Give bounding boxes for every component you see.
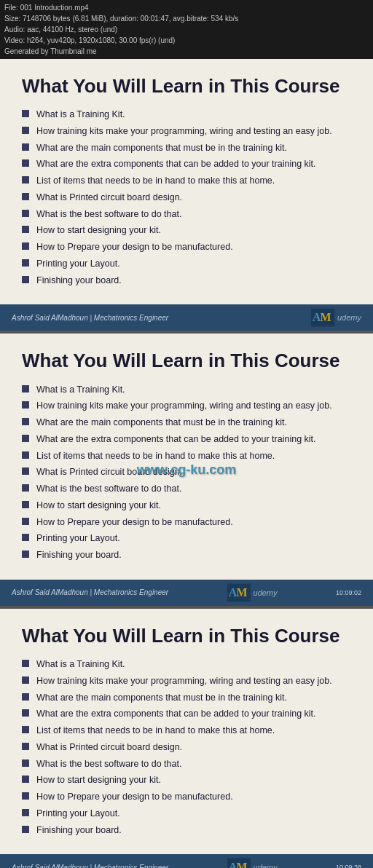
file-info-line4: Video: h264, yuv420p, 1920x1080, 30.00 f…	[4, 35, 369, 46]
bullet-square-icon	[22, 451, 29, 459]
file-info-line2: Size: 7148706 bytes (6.81 MiB), duration…	[4, 13, 369, 24]
bullet-text: What is Printed circuit board design.	[36, 465, 182, 479]
bullet-text: List of items that needs to be in hand t…	[36, 174, 275, 188]
udemy-text-3: udemy	[254, 863, 278, 868]
bullet-item: What are the main components that must b…	[22, 141, 351, 155]
file-info-bar: File: 001 Introduction.mp4 Size: 7148706…	[0, 0, 373, 59]
bullet-text: Printing your Layout.	[36, 257, 120, 271]
bullet-square-icon	[22, 760, 29, 767]
footer-name-3: Ashrof Said AlMadhoun | Mechatronics Eng…	[12, 864, 168, 868]
bullet-square-icon	[22, 776, 29, 783]
svg-text:M: M	[236, 586, 247, 599]
svg-text:M: M	[236, 861, 247, 868]
bullet-text: What is Printed circuit board design.	[36, 191, 182, 205]
bullet-text: What is a Training Kit.	[36, 108, 125, 122]
bullet-item: List of items that needs to be in hand t…	[22, 724, 351, 738]
am-logo-icon-1: A M	[311, 308, 334, 327]
bullet-list-1: What is a Training Kit.How training kits…	[22, 108, 351, 287]
bullet-square-icon	[22, 484, 29, 492]
bullet-square-icon	[22, 127, 29, 134]
bullet-item: How to Prepare your design to be manufac…	[22, 790, 351, 804]
bullet-text: How to start designing your kit.	[36, 773, 161, 787]
bullet-item: What are the extra components that can b…	[22, 433, 351, 446]
bullet-text: How training kits make your programming,…	[36, 674, 332, 688]
bullet-square-icon	[22, 743, 29, 750]
slide-panel-1: What You Will Learn in This Course What …	[0, 59, 373, 331]
timestamp-3: 10:09:38	[336, 864, 361, 868]
bullet-text: How to Prepare your design to be manufac…	[36, 516, 233, 529]
footer-name-1: Ashrof Said AlMadhoun | Mechatronics Eng…	[12, 314, 168, 322]
bullet-item: List of items that needs to be in hand t…	[22, 174, 351, 188]
bullet-item: What is Printed circuit board design.	[22, 741, 351, 754]
bullet-item: How to start designing your kit.	[22, 773, 351, 787]
slide-content-1: What You Will Learn in This Course What …	[0, 59, 373, 304]
bullet-square-icon	[22, 110, 29, 117]
bullet-item: What is a Training Kit.	[22, 108, 351, 122]
bullet-text: What is Printed circuit board design.	[36, 741, 182, 754]
bullet-square-icon	[22, 467, 29, 475]
bullet-square-icon	[22, 792, 29, 800]
am-logo-icon-2: A M	[227, 583, 251, 602]
bullet-item: Finishing your board.	[22, 548, 351, 562]
bullet-square-icon	[22, 501, 29, 508]
bullet-item: How to Prepare your design to be manufac…	[22, 516, 351, 529]
slide-panel-2: What You Will Learn in This Course What …	[0, 334, 373, 605]
slide-title-2: What You Will Learn in This Course	[22, 350, 351, 372]
bullet-square-icon	[22, 726, 29, 733]
bullet-square-icon	[22, 401, 29, 409]
bullet-square-icon	[22, 226, 29, 233]
file-info-line5: Generated by Thumbnail me	[4, 46, 369, 57]
slide-content-2: What You Will Learn in This Course What …	[0, 334, 373, 579]
bullet-text: What is the best software to do that.	[36, 757, 181, 771]
bullet-square-icon	[22, 242, 29, 250]
bullet-text: Finishing your board.	[36, 274, 122, 288]
bullet-item: What are the extra components that can b…	[22, 157, 351, 171]
bullet-item: How training kits make your programming,…	[22, 674, 351, 688]
bullet-item: How to start designing your kit.	[22, 224, 351, 237]
bullet-text: Finishing your board.	[36, 824, 122, 837]
bullet-item: Printing your Layout.	[22, 257, 351, 271]
bullet-square-icon	[22, 418, 29, 425]
file-info-line3: Audio: aac, 44100 Hz, stereo (und)	[4, 24, 369, 35]
slide-footer-1: Ashrof Said AlMadhoun | Mechatronics Eng…	[0, 304, 373, 331]
bullet-item: What is the best software to do that.	[22, 482, 351, 496]
bullet-item: How to start designing your kit.	[22, 499, 351, 513]
bullet-item: List of items that needs to be in hand t…	[22, 449, 351, 463]
footer-name-2: Ashrof Said AlMadhoun | Mechatronics Eng…	[12, 588, 168, 596]
bullet-square-icon	[22, 534, 29, 541]
bullet-list-2: What is a Training Kit.How training kits…	[22, 383, 351, 562]
bullet-text: Finishing your board.	[36, 548, 122, 562]
bullet-item: What are the extra components that can b…	[22, 707, 351, 721]
timestamp-2: 10:09:02	[336, 589, 361, 596]
bullet-square-icon	[22, 176, 29, 184]
slide-title-1: What You Will Learn in This Course	[22, 75, 351, 98]
bullet-item: Printing your Layout.	[22, 532, 351, 545]
bullet-text: List of items that needs to be in hand t…	[36, 724, 275, 738]
bullet-text: How to Prepare your design to be manufac…	[36, 240, 233, 254]
bullet-square-icon	[22, 660, 29, 667]
file-info-line1: File: 001 Introduction.mp4	[4, 2, 369, 13]
slide-footer-2: Ashrof Said AlMadhoun | Mechatronics Eng…	[0, 580, 373, 606]
bullet-text: What are the main components that must b…	[36, 691, 287, 705]
slide-footer-3: Ashrof Said AlMadhoun | Mechatronics Eng…	[0, 854, 373, 868]
bullet-text: How training kits make your programming,…	[36, 125, 332, 138]
bullet-item: How training kits make your programming,…	[22, 125, 351, 138]
bullet-item: What are the main components that must b…	[22, 691, 351, 705]
bullet-text: What are the main components that must b…	[36, 141, 287, 155]
bullet-item: How to Prepare your design to be manufac…	[22, 240, 351, 254]
bullet-square-icon	[22, 809, 29, 816]
bullet-square-icon	[22, 676, 29, 684]
bullet-text: What is a Training Kit.	[36, 658, 125, 671]
slide-content-3: What You Will Learn in This Course What …	[0, 609, 373, 854]
footer-logo-3: A M udemy	[227, 858, 278, 868]
bullet-square-icon	[22, 435, 29, 442]
bullet-square-icon	[22, 210, 29, 217]
bullet-text: How training kits make your programming,…	[36, 399, 332, 413]
bullet-text: What is the best software to do that.	[36, 482, 181, 496]
bullet-square-icon	[22, 693, 29, 701]
bullet-square-icon	[22, 518, 29, 525]
bullet-text: What are the extra components that can b…	[36, 707, 316, 721]
udemy-text-2: udemy	[254, 588, 278, 597]
slide-title-3: What You Will Learn in This Course	[22, 625, 351, 647]
bullet-text: What are the extra components that can b…	[36, 157, 316, 171]
